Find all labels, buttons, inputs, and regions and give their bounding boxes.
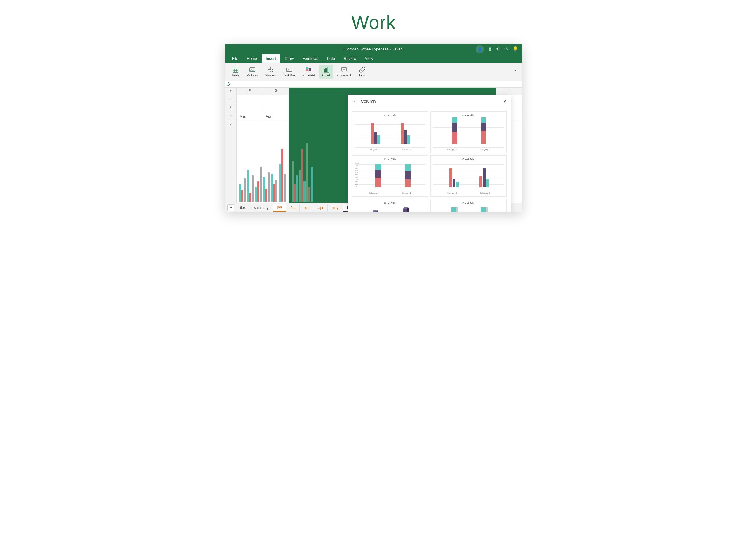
cell-g2[interactable]	[263, 103, 289, 111]
sheet-tab-feb[interactable]: feb	[286, 204, 300, 211]
cell-f2[interactable]	[237, 103, 263, 111]
sheet-tab-summary[interactable]: summary	[250, 204, 273, 211]
cat-label-6: Category 2	[401, 192, 411, 194]
svg-rect-18	[327, 67, 328, 72]
chart-thumb-title-4: Chart Title	[433, 158, 504, 161]
cell-f3[interactable]: Mar	[237, 111, 263, 121]
sheet-tab-apr[interactable]: apr	[314, 204, 328, 211]
3d-group-1	[368, 211, 381, 212]
ribbon: Table Pictures Shapes A Text Box	[225, 63, 522, 81]
cell-g3[interactable]: Apr	[263, 111, 289, 121]
green-bar-6	[304, 181, 306, 202]
cat-labels-4: Category 1 Category 2	[433, 192, 504, 194]
formula-input[interactable]	[236, 82, 520, 86]
stack100-teal-2	[405, 164, 411, 171]
bar-gray-3	[260, 167, 262, 202]
undo-icon[interactable]: ↶	[496, 46, 500, 52]
sheet-row-1: 1	[225, 95, 289, 103]
svg-text:A: A	[288, 69, 290, 72]
ribbon-collapse-btn[interactable]: ⌃	[512, 68, 518, 76]
spreadsheet-container: ▼ F G N 1 2	[225, 87, 522, 212]
ribbon-textbox-btn[interactable]: A Text Box	[280, 65, 298, 79]
cell-g1[interactable]	[263, 95, 289, 103]
green-bar-4	[299, 170, 301, 202]
bar-coral-4	[265, 188, 267, 202]
cell-f1[interactable]	[237, 95, 263, 103]
chart-item-3d-stacked100[interactable]: Chart Title	[430, 199, 507, 212]
bar-teal2-cat2	[486, 179, 489, 187]
sheet-left-area: 1 2 3 Mar Apr 4	[225, 95, 289, 203]
chart-panel: ‹ Column ∨ Chart Title	[347, 95, 511, 212]
3d-stacked-side-1	[456, 207, 458, 212]
filename-label: Contoso Coffee Expenses - Saved	[344, 47, 403, 51]
3d-bar-side-5	[407, 208, 409, 212]
clustered-bars	[356, 118, 426, 144]
clustered2-bars	[434, 162, 504, 187]
chart-panel-expand-icon[interactable]: ∨	[503, 98, 507, 104]
chart-panel-back-btn[interactable]: ‹	[352, 98, 357, 105]
chart-item-clustered[interactable]: Chart Title	[352, 111, 428, 153]
bar-group-cat1	[371, 123, 380, 144]
sheet-tab-may[interactable]: may	[328, 204, 343, 211]
3d-bar-2	[372, 211, 377, 212]
3d-bar-face-5	[403, 208, 407, 212]
cat-label-5: Category 1	[369, 192, 379, 194]
stack-coral-1	[452, 132, 457, 144]
chart-item-3d-clustered[interactable]: Chart Title	[352, 199, 428, 212]
stacked100-bars	[360, 162, 426, 187]
ribbon-shapes-btn[interactable]: Shapes	[262, 65, 279, 79]
menu-item-file[interactable]: File	[228, 54, 242, 63]
chart-panel-header: ‹ Column ∨	[348, 95, 511, 107]
corner-cell: ▼	[225, 87, 237, 95]
cat-label-4: Category 2	[480, 148, 490, 150]
bulb-icon[interactable]: 💡	[512, 46, 518, 52]
chart-thumb-title-6: Chart Title	[433, 202, 504, 205]
row-num-4: 4	[225, 121, 237, 203]
ribbon-comment-btn[interactable]: Comment	[334, 65, 354, 79]
svg-rect-13	[309, 68, 311, 71]
bar-teal-4	[263, 177, 265, 202]
sheet-tab-tips[interactable]: tips	[236, 204, 250, 211]
chart-item-clustered2[interactable]: Chart Title	[430, 155, 507, 197]
mini-chart-3d-stacked100: Category 1 Category 2 Chart Title	[433, 206, 504, 212]
svg-rect-20	[342, 68, 346, 71]
ribbon-smartart-btn[interactable]: SmartArt	[300, 65, 318, 79]
ribbon-table-btn[interactable]: Table	[229, 65, 242, 79]
ribbon-shapes-label: Shapes	[265, 74, 276, 77]
green-bar-group-2	[299, 149, 306, 202]
share-icon[interactable]: ⇧	[488, 46, 492, 52]
sheet-row-4: 4	[225, 121, 289, 203]
row-num-2: 2	[225, 103, 237, 111]
col-header-spacer	[289, 87, 496, 95]
chart-item-stacked[interactable]: Chart Title	[430, 111, 507, 153]
menu-item-view[interactable]: View	[361, 54, 377, 63]
redo-icon[interactable]: ↷	[504, 46, 508, 52]
bar-teal-2	[247, 170, 249, 202]
ribbon-pictures-label: Pictures	[247, 74, 258, 77]
menu-item-home[interactable]: Home	[243, 54, 261, 63]
menu-item-review[interactable]: Review	[340, 54, 360, 63]
mini-chart-stacked100: 100%90%80%70%60%50%40%30%20%10%0% Catego…	[355, 162, 426, 194]
column-headers-row: ▼ F G N	[225, 87, 522, 95]
ribbon-link-btn[interactable]: Link	[355, 65, 369, 79]
bar-coral-2	[249, 193, 251, 202]
bar-teal2-cat1	[456, 181, 459, 187]
ribbon-pictures-btn[interactable]: Pictures	[243, 65, 261, 79]
sheet-tab-jan[interactable]: jan	[273, 204, 286, 211]
user-icon[interactable]: 👤	[475, 45, 484, 53]
mini-chart-stacked: Category 1 Category 2	[433, 118, 504, 150]
ribbon-link-label: Link	[359, 74, 365, 77]
menu-item-insert[interactable]: Insert	[262, 54, 280, 63]
stacked-cat1	[452, 117, 457, 144]
menu-item-formulas[interactable]: Formulas	[298, 54, 322, 63]
formula-bar: fx	[225, 81, 522, 87]
ribbon-chart-btn[interactable]: Chart	[319, 65, 333, 79]
chart-item-stacked100[interactable]: Chart Title	[352, 155, 428, 197]
add-sheet-btn[interactable]: +	[227, 204, 234, 211]
menu-item-draw[interactable]: Draw	[281, 54, 298, 63]
percent-axis: 100%90%80%70%60%50%40%30%20%10%0%	[355, 162, 359, 187]
row-num-1: 1	[225, 95, 237, 103]
sheet-tab-mar[interactable]: mar	[300, 204, 314, 211]
y-line	[433, 191, 504, 192]
menu-item-data[interactable]: Data	[323, 54, 339, 63]
